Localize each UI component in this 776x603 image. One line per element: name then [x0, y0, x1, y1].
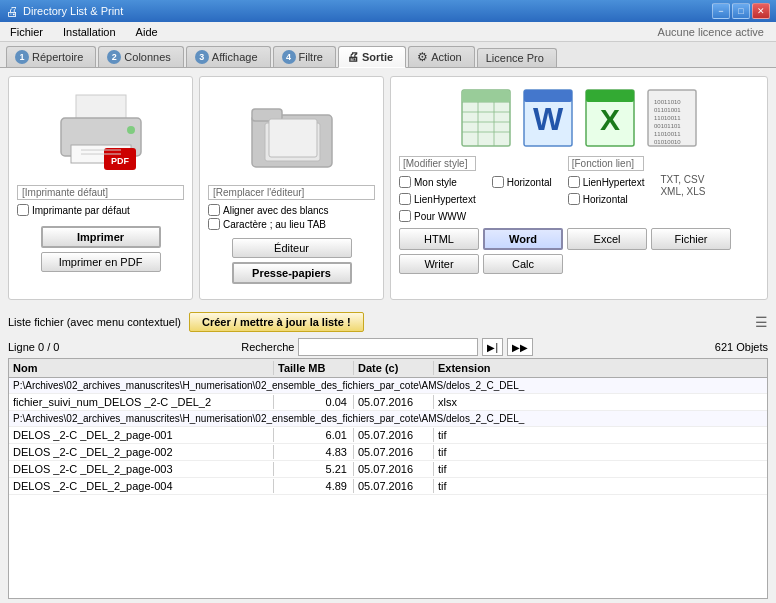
output-panel: W X 10011010 0: [390, 76, 768, 300]
horizontal-row[interactable]: Horizontal: [492, 176, 552, 188]
tab-sortie[interactable]: 🖨 Sortie: [338, 46, 406, 68]
print-button[interactable]: Imprimer: [41, 226, 161, 248]
output-icons: W X 10011010 0: [457, 85, 701, 150]
align-blanks-checkbox[interactable]: [208, 204, 220, 216]
file-ext-4: tif: [434, 479, 514, 493]
search-label: Recherche: [241, 341, 294, 353]
fonction-horizontal-checkbox[interactable]: [568, 193, 580, 205]
default-printer-checkbox-row[interactable]: Imprimante par défaut: [17, 204, 184, 216]
panels-row: PDF [Imprimante défaut] Imprimante par d…: [0, 68, 776, 308]
svg-rect-19: [462, 90, 510, 102]
fonction-lien-hypertext-checkbox[interactable]: [568, 176, 580, 188]
fonction-horizontal-label: Horizontal: [583, 194, 628, 205]
char-tab-checkbox[interactable]: [208, 218, 220, 230]
default-printer-label: Imprimante par défaut: [32, 205, 130, 216]
tab-label-repertoire: Répertoire: [32, 51, 83, 63]
app-title: Directory List & Print: [23, 5, 123, 17]
list-header-text: Liste fichier (avec menu contextuel): [8, 316, 181, 328]
tab-filtre[interactable]: 4 Filtre: [273, 46, 336, 67]
tab-num-2: 2: [107, 50, 121, 64]
align-blanks-checkbox-row[interactable]: Aligner avec des blancs: [208, 204, 375, 216]
mon-style-row[interactable]: Mon style: [399, 176, 457, 188]
create-list-button[interactable]: Créer / mettre à jour la liste !: [189, 312, 364, 332]
char-tab-checkbox-row[interactable]: Caractère ; au lieu TAB: [208, 218, 375, 230]
close-button[interactable]: ✕: [752, 3, 770, 19]
table-row[interactable]: DELOS _2-C _DEL_2_page-003 5.21 05.07.20…: [9, 461, 767, 478]
tab-affichage[interactable]: 3 Affichage: [186, 46, 271, 67]
horizontal-checkbox[interactable]: [492, 176, 504, 188]
excel-button[interactable]: Excel: [567, 228, 647, 250]
file-ext-3: tif: [434, 462, 514, 476]
fonction-horizontal-row[interactable]: Horizontal: [568, 193, 628, 205]
menu-bar: Fichier Installation Aide Aucune licence…: [0, 22, 776, 42]
search-next-button[interactable]: ▶▶: [507, 338, 533, 356]
mon-style-checkbox[interactable]: [399, 176, 411, 188]
output-options-row: [Modifier style] Mon style LienHypertext…: [399, 156, 759, 224]
svg-text:10011010: 10011010: [654, 99, 681, 105]
file-date-3: 05.07.2016: [354, 462, 434, 476]
sortie-icon: 🖨: [347, 50, 359, 64]
table-header: Nom Taille MB Date (c) Extension: [9, 359, 767, 378]
app-icon: 🖨: [6, 4, 19, 19]
print-pdf-button[interactable]: Imprimer en PDF: [41, 252, 161, 272]
svg-text:00101101: 00101101: [654, 123, 681, 129]
search-prev-button[interactable]: ▶|: [482, 338, 503, 356]
table-row[interactable]: fichier_suivi_num_DELOS _2-C _DEL_2 0.04…: [9, 394, 767, 411]
fonction-lien-hypertext-row[interactable]: LienHypertext: [568, 176, 645, 188]
file-name-2: DELOS _2-C _DEL_2_page-002: [9, 445, 274, 459]
editor-panel: [Remplacer l'éditeur] Aligner avec des b…: [199, 76, 384, 300]
tabs-row: 1 Répertoire 2 Colonnes 3 Affichage 4 Fi…: [0, 42, 776, 68]
tab-num-1: 1: [15, 50, 29, 64]
file-size-0: 0.04: [274, 395, 354, 409]
fichier-button[interactable]: Fichier: [651, 228, 731, 250]
excel-output-icon: X: [581, 85, 639, 150]
file-date-2: 05.07.2016: [354, 445, 434, 459]
maximize-button[interactable]: □: [732, 3, 750, 19]
pour-www-row[interactable]: Pour WWW: [399, 210, 466, 222]
clipboard-button[interactable]: Presse-papiers: [232, 262, 352, 284]
tab-action[interactable]: ⚙ Action: [408, 46, 475, 67]
tab-licence-pro[interactable]: Licence Pro: [477, 48, 557, 67]
word-output-icon: W: [519, 85, 577, 150]
table-row[interactable]: DELOS _2-C _DEL_2_page-004 4.89 05.07.20…: [9, 478, 767, 495]
col-header-nom: Nom: [9, 361, 274, 375]
tab-colonnes[interactable]: 2 Colonnes: [98, 46, 183, 67]
lien-hypertext-row[interactable]: LienHypertext: [399, 193, 476, 205]
function-group-label: [Fonction lien]: [568, 156, 645, 171]
search-input[interactable]: [298, 338, 478, 356]
table-row[interactable]: DELOS _2-C _DEL_2_page-001 6.01 05.07.20…: [9, 427, 767, 444]
menu-aide[interactable]: Aide: [130, 25, 164, 39]
table-row[interactable]: DELOS _2-C _DEL_2_page-002 4.83 05.07.20…: [9, 444, 767, 461]
file-name-1: DELOS _2-C _DEL_2_page-001: [9, 428, 274, 442]
lien-hypertext-label: LienHypertext: [414, 194, 476, 205]
menu-installation[interactable]: Installation: [57, 25, 122, 39]
col-header-size: Taille MB: [274, 361, 354, 375]
tab-label-licence: Licence Pro: [486, 52, 544, 64]
printer-panel: PDF [Imprimante défaut] Imprimante par d…: [8, 76, 193, 300]
search-row: Ligne 0 / 0 Recherche ▶| ▶▶ 621 Objets: [8, 336, 768, 358]
list-options-icon[interactable]: ☰: [755, 314, 768, 330]
word-button[interactable]: Word: [483, 228, 563, 250]
menu-fichier[interactable]: Fichier: [4, 25, 49, 39]
lien-hypertext-checkbox[interactable]: [399, 193, 411, 205]
svg-text:X: X: [600, 103, 620, 136]
writer-button[interactable]: Writer: [399, 254, 479, 274]
main-content: PDF [Imprimante défaut] Imprimante par d…: [0, 68, 776, 599]
path-row-0: P:\Archives\02_archives_manuscrites\H_nu…: [9, 378, 767, 394]
char-tab-label: Caractère ; au lieu TAB: [223, 219, 326, 230]
tab-repertoire[interactable]: 1 Répertoire: [6, 46, 96, 67]
minimize-button[interactable]: −: [712, 3, 730, 19]
svg-text:11010011: 11010011: [654, 131, 681, 137]
window-controls[interactable]: − □ ✕: [712, 3, 770, 19]
html-button[interactable]: HTML: [399, 228, 479, 250]
file-size-4: 4.89: [274, 479, 354, 493]
file-name-0: fichier_suivi_num_DELOS _2-C _DEL_2: [9, 395, 274, 409]
editor-button[interactable]: Éditeur: [232, 238, 352, 258]
svg-text:11010011: 11010011: [654, 115, 681, 121]
pour-www-checkbox[interactable]: [399, 210, 411, 222]
bottom-section: Liste fichier (avec menu contextuel) Cré…: [0, 308, 776, 599]
calc-button[interactable]: Calc: [483, 254, 563, 274]
default-printer-checkbox[interactable]: [17, 204, 29, 216]
style-options-group: [Modifier style] Mon style LienHypertext…: [399, 156, 476, 224]
horizontal-label: Horizontal: [507, 177, 552, 188]
